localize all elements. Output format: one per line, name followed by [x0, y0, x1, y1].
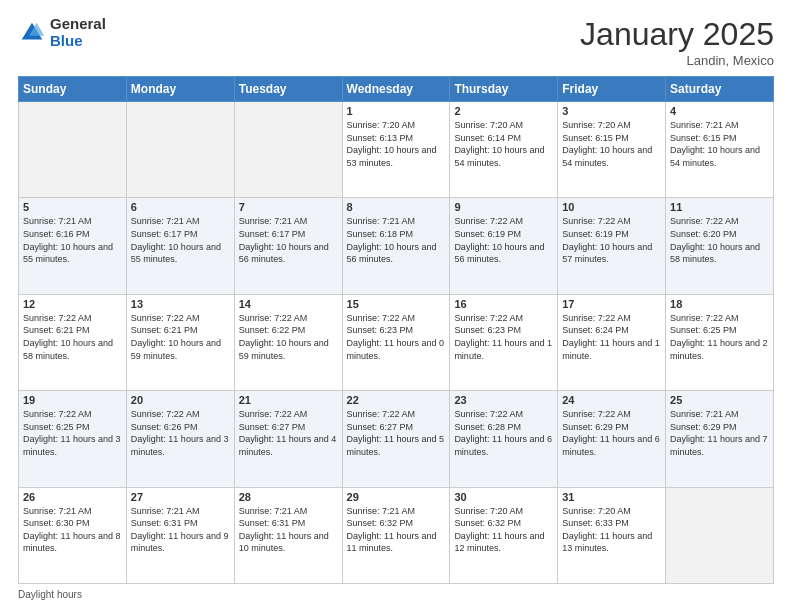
day-info: Sunrise: 7:20 AMSunset: 6:15 PMDaylight:…	[562, 119, 661, 169]
day-info: Sunrise: 7:20 AMSunset: 6:14 PMDaylight:…	[454, 119, 553, 169]
weekday-header-wednesday: Wednesday	[342, 77, 450, 102]
logo-blue-label: Blue	[50, 33, 106, 50]
day-info: Sunrise: 7:20 AMSunset: 6:33 PMDaylight:…	[562, 505, 661, 555]
location-label: Landin, Mexico	[580, 53, 774, 68]
day-cell: 22Sunrise: 7:22 AMSunset: 6:27 PMDayligh…	[342, 391, 450, 487]
day-info: Sunrise: 7:22 AMSunset: 6:24 PMDaylight:…	[562, 312, 661, 362]
logo-text: General Blue	[50, 16, 106, 49]
day-info: Sunrise: 7:21 AMSunset: 6:29 PMDaylight:…	[670, 408, 769, 458]
day-number: 9	[454, 201, 553, 213]
day-cell: 11Sunrise: 7:22 AMSunset: 6:20 PMDayligh…	[666, 198, 774, 294]
day-cell: 17Sunrise: 7:22 AMSunset: 6:24 PMDayligh…	[558, 294, 666, 390]
logo-icon	[18, 19, 46, 47]
day-number: 11	[670, 201, 769, 213]
day-info: Sunrise: 7:22 AMSunset: 6:20 PMDaylight:…	[670, 215, 769, 265]
day-cell: 31Sunrise: 7:20 AMSunset: 6:33 PMDayligh…	[558, 487, 666, 583]
day-info: Sunrise: 7:22 AMSunset: 6:25 PMDaylight:…	[23, 408, 122, 458]
day-info: Sunrise: 7:21 AMSunset: 6:16 PMDaylight:…	[23, 215, 122, 265]
day-number: 15	[347, 298, 446, 310]
empty-cell	[666, 487, 774, 583]
empty-cell	[19, 102, 127, 198]
day-info: Sunrise: 7:22 AMSunset: 6:21 PMDaylight:…	[23, 312, 122, 362]
day-number: 4	[670, 105, 769, 117]
day-number: 5	[23, 201, 122, 213]
day-cell: 30Sunrise: 7:20 AMSunset: 6:32 PMDayligh…	[450, 487, 558, 583]
day-cell: 28Sunrise: 7:21 AMSunset: 6:31 PMDayligh…	[234, 487, 342, 583]
day-cell: 3Sunrise: 7:20 AMSunset: 6:15 PMDaylight…	[558, 102, 666, 198]
page: General Blue January 2025 Landin, Mexico…	[0, 0, 792, 612]
day-number: 25	[670, 394, 769, 406]
day-cell: 14Sunrise: 7:22 AMSunset: 6:22 PMDayligh…	[234, 294, 342, 390]
day-cell: 19Sunrise: 7:22 AMSunset: 6:25 PMDayligh…	[19, 391, 127, 487]
calendar-table: SundayMondayTuesdayWednesdayThursdayFrid…	[18, 76, 774, 584]
weekday-header-friday: Friday	[558, 77, 666, 102]
calendar-week-row: 5Sunrise: 7:21 AMSunset: 6:16 PMDaylight…	[19, 198, 774, 294]
day-cell: 10Sunrise: 7:22 AMSunset: 6:19 PMDayligh…	[558, 198, 666, 294]
day-info: Sunrise: 7:22 AMSunset: 6:25 PMDaylight:…	[670, 312, 769, 362]
day-info: Sunrise: 7:22 AMSunset: 6:29 PMDaylight:…	[562, 408, 661, 458]
day-info: Sunrise: 7:22 AMSunset: 6:26 PMDaylight:…	[131, 408, 230, 458]
day-info: Sunrise: 7:22 AMSunset: 6:27 PMDaylight:…	[239, 408, 338, 458]
day-cell: 16Sunrise: 7:22 AMSunset: 6:23 PMDayligh…	[450, 294, 558, 390]
day-number: 30	[454, 491, 553, 503]
day-number: 16	[454, 298, 553, 310]
day-info: Sunrise: 7:21 AMSunset: 6:18 PMDaylight:…	[347, 215, 446, 265]
day-cell: 6Sunrise: 7:21 AMSunset: 6:17 PMDaylight…	[126, 198, 234, 294]
day-info: Sunrise: 7:21 AMSunset: 6:31 PMDaylight:…	[239, 505, 338, 555]
day-number: 27	[131, 491, 230, 503]
day-cell: 1Sunrise: 7:20 AMSunset: 6:13 PMDaylight…	[342, 102, 450, 198]
day-cell: 4Sunrise: 7:21 AMSunset: 6:15 PMDaylight…	[666, 102, 774, 198]
day-number: 19	[23, 394, 122, 406]
day-info: Sunrise: 7:21 AMSunset: 6:17 PMDaylight:…	[131, 215, 230, 265]
day-info: Sunrise: 7:22 AMSunset: 6:19 PMDaylight:…	[562, 215, 661, 265]
day-info: Sunrise: 7:21 AMSunset: 6:17 PMDaylight:…	[239, 215, 338, 265]
day-info: Sunrise: 7:21 AMSunset: 6:31 PMDaylight:…	[131, 505, 230, 555]
day-number: 29	[347, 491, 446, 503]
day-cell: 21Sunrise: 7:22 AMSunset: 6:27 PMDayligh…	[234, 391, 342, 487]
day-number: 8	[347, 201, 446, 213]
day-cell: 5Sunrise: 7:21 AMSunset: 6:16 PMDaylight…	[19, 198, 127, 294]
weekday-header-tuesday: Tuesday	[234, 77, 342, 102]
day-cell: 26Sunrise: 7:21 AMSunset: 6:30 PMDayligh…	[19, 487, 127, 583]
logo: General Blue	[18, 16, 106, 49]
calendar-week-row: 1Sunrise: 7:20 AMSunset: 6:13 PMDaylight…	[19, 102, 774, 198]
day-number: 14	[239, 298, 338, 310]
day-info: Sunrise: 7:22 AMSunset: 6:23 PMDaylight:…	[454, 312, 553, 362]
day-cell: 24Sunrise: 7:22 AMSunset: 6:29 PMDayligh…	[558, 391, 666, 487]
day-number: 22	[347, 394, 446, 406]
title-area: January 2025 Landin, Mexico	[580, 16, 774, 68]
day-number: 13	[131, 298, 230, 310]
day-info: Sunrise: 7:22 AMSunset: 6:23 PMDaylight:…	[347, 312, 446, 362]
day-cell: 8Sunrise: 7:21 AMSunset: 6:18 PMDaylight…	[342, 198, 450, 294]
day-number: 28	[239, 491, 338, 503]
weekday-header-monday: Monday	[126, 77, 234, 102]
day-info: Sunrise: 7:20 AMSunset: 6:32 PMDaylight:…	[454, 505, 553, 555]
weekday-header-row: SundayMondayTuesdayWednesdayThursdayFrid…	[19, 77, 774, 102]
day-cell: 13Sunrise: 7:22 AMSunset: 6:21 PMDayligh…	[126, 294, 234, 390]
footer-note: Daylight hours	[18, 589, 774, 600]
day-info: Sunrise: 7:20 AMSunset: 6:13 PMDaylight:…	[347, 119, 446, 169]
day-cell: 2Sunrise: 7:20 AMSunset: 6:14 PMDaylight…	[450, 102, 558, 198]
header: General Blue January 2025 Landin, Mexico	[18, 16, 774, 68]
day-number: 20	[131, 394, 230, 406]
day-number: 3	[562, 105, 661, 117]
day-number: 1	[347, 105, 446, 117]
day-number: 24	[562, 394, 661, 406]
day-number: 2	[454, 105, 553, 117]
day-cell: 18Sunrise: 7:22 AMSunset: 6:25 PMDayligh…	[666, 294, 774, 390]
calendar-week-row: 19Sunrise: 7:22 AMSunset: 6:25 PMDayligh…	[19, 391, 774, 487]
day-number: 26	[23, 491, 122, 503]
day-info: Sunrise: 7:22 AMSunset: 6:28 PMDaylight:…	[454, 408, 553, 458]
day-info: Sunrise: 7:22 AMSunset: 6:21 PMDaylight:…	[131, 312, 230, 362]
day-cell: 12Sunrise: 7:22 AMSunset: 6:21 PMDayligh…	[19, 294, 127, 390]
weekday-header-saturday: Saturday	[666, 77, 774, 102]
day-cell: 23Sunrise: 7:22 AMSunset: 6:28 PMDayligh…	[450, 391, 558, 487]
day-number: 7	[239, 201, 338, 213]
day-cell: 7Sunrise: 7:21 AMSunset: 6:17 PMDaylight…	[234, 198, 342, 294]
day-cell: 29Sunrise: 7:21 AMSunset: 6:32 PMDayligh…	[342, 487, 450, 583]
day-number: 21	[239, 394, 338, 406]
logo-general-label: General	[50, 16, 106, 33]
day-info: Sunrise: 7:21 AMSunset: 6:32 PMDaylight:…	[347, 505, 446, 555]
day-number: 17	[562, 298, 661, 310]
day-info: Sunrise: 7:21 AMSunset: 6:30 PMDaylight:…	[23, 505, 122, 555]
